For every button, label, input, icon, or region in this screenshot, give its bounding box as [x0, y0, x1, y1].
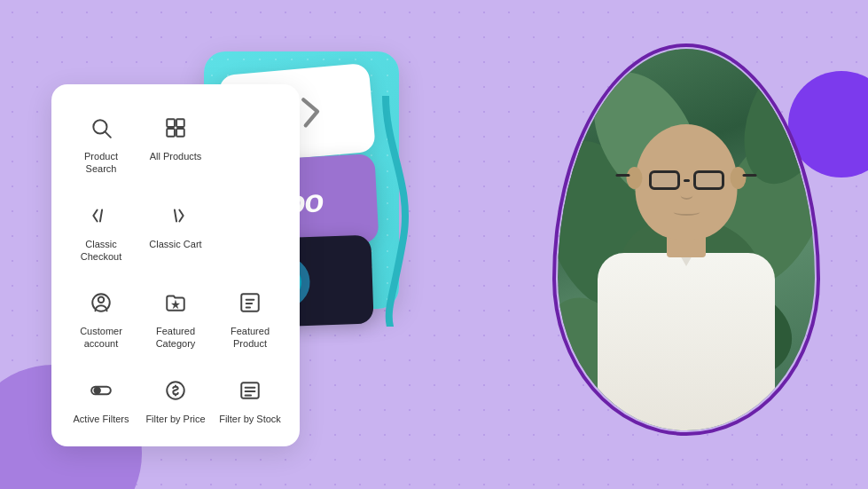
widget-item-active-filters[interactable]: Active Filters [66, 365, 137, 432]
widget-label-featured-category: FeaturedCategory [156, 325, 196, 351]
widget-label-classic-cart: Classic Cart [149, 238, 201, 250]
bracket-icon-cart [159, 199, 192, 233]
widget-label-filter-by-stock: Filter by Stock [219, 413, 281, 425]
widget-item-filter-by-stock[interactable]: Filter by Stock [215, 365, 285, 432]
connecting-line [377, 96, 430, 327]
person-ear-left [627, 167, 643, 189]
folder-star-icon [159, 286, 192, 319]
glasses-bridge [684, 179, 690, 182]
widget-panel: ProductSearch All Products [51, 84, 300, 446]
widget-label-customer-account: Customeraccount [80, 325, 122, 351]
widget-item-featured-category[interactable]: FeaturedCategory [140, 277, 211, 358]
svg-rect-2 [167, 119, 175, 127]
person-nose [680, 191, 692, 200]
widget-label-product-search: ProductSearch [84, 150, 118, 176]
glasses-arm-right [743, 174, 757, 177]
widget-item-classic-checkout[interactable]: ClassicCheckout [66, 190, 137, 271]
widget-item-customer-account[interactable]: Customeraccount [66, 277, 137, 358]
glasses-lens-right [693, 170, 724, 190]
photo-background [558, 49, 815, 430]
widget-label-featured-product: FeaturedProduct [231, 325, 270, 351]
person-shirt [598, 253, 775, 430]
widget-label-classic-checkout: ClassicCheckout [81, 238, 121, 264]
widget-item-filter-by-price[interactable]: Filter by Price [140, 365, 211, 432]
person-photo-frame [558, 49, 815, 430]
widget-label-active-filters: Active Filters [74, 413, 129, 425]
svg-rect-4 [167, 129, 175, 137]
bracket-icon-checkout [84, 199, 118, 233]
search-icon [84, 111, 118, 145]
widget-label-filter-by-price: Filter by Price [145, 413, 205, 425]
price-circle-icon [159, 374, 192, 407]
svg-rect-11 [241, 294, 259, 312]
svg-line-6 [100, 209, 102, 221]
svg-rect-3 [176, 119, 184, 127]
widget-item-all-products[interactable]: All Products [140, 102, 211, 183]
widget-item-product-search[interactable]: ProductSearch [66, 102, 137, 183]
filter-lines-icon [233, 374, 267, 407]
svg-point-16 [94, 388, 100, 394]
svg-line-7 [175, 209, 176, 221]
widget-grid: ProductSearch All Products [66, 102, 285, 432]
svg-line-1 [106, 132, 111, 138]
person-mouth [673, 209, 700, 216]
glasses-arm-left [616, 174, 630, 177]
filter-box-icon [233, 286, 267, 319]
person-head [636, 124, 738, 240]
widget-item-featured-product[interactable]: FeaturedProduct [215, 277, 285, 358]
person-glasses [649, 170, 724, 190]
person-circle-icon [84, 286, 118, 319]
svg-rect-5 [176, 129, 184, 137]
grid-icon [159, 111, 192, 145]
person-ear-right [731, 167, 747, 189]
widget-label-all-products: All Products [150, 150, 202, 162]
widget-item-classic-cart[interactable]: Classic Cart [140, 190, 211, 271]
glasses-lens-left [649, 170, 680, 190]
svg-marker-10 [172, 301, 180, 309]
svg-point-9 [98, 297, 105, 304]
toggle-icon [84, 374, 118, 407]
